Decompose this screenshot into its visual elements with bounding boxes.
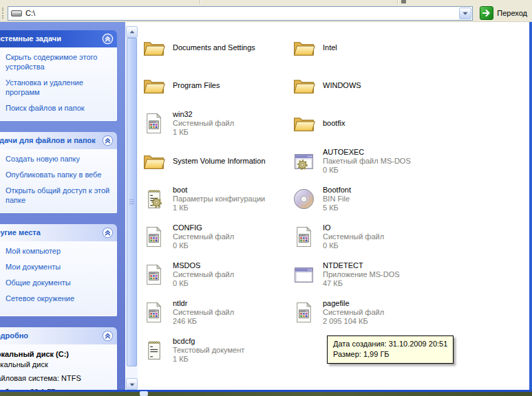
file-name: CONFIG — [173, 223, 234, 232]
file-type: Системный файл — [173, 308, 234, 317]
address-bar: Переход — [0, 5, 532, 22]
address-combobox[interactable] — [8, 6, 473, 21]
file-type: Системный файл — [173, 232, 234, 241]
file-name: bootfix — [323, 119, 345, 128]
file-name: Documents and Settings — [173, 43, 255, 52]
file-item-msdos[interactable]: MSDOS Системный файл 0 КБ — [142, 256, 292, 294]
panel-file-folder-tasks-header[interactable]: Задачи для файлов и папок — [0, 132, 117, 149]
file-name: MSDOS — [173, 261, 234, 270]
file-item-boot[interactable]: boot Параметры конфигурации 1 КБ — [142, 180, 292, 218]
place-link-my-computer[interactable]: Мой компьютер — [6, 246, 112, 256]
place-link-shared-documents[interactable]: Общие документы — [6, 278, 112, 287]
panel-other-places-header[interactable]: Другие места — [0, 224, 117, 241]
toolbar-separator — [397, 0, 398, 4]
file-info-tooltip: Дата создания: 31.10.2009 20:51 Размер: … — [327, 336, 454, 364]
file-item-documents-and-settings[interactable]: Documents and Settings — [142, 29, 292, 67]
panel-other-places-body: Мой компьютер Мои документы Общие докуме… — [0, 241, 117, 316]
file-name: boot — [173, 186, 265, 195]
system-file-icon — [292, 226, 315, 248]
file-type: Пакетный файл MS-DOS — [323, 157, 411, 166]
tooltip-creation-date: Дата создания: 31.10.2009 20:51 — [333, 339, 447, 349]
file-name: IO — [323, 223, 384, 232]
system-file-icon — [142, 301, 165, 324]
collapse-chevron-icon[interactable] — [102, 135, 114, 146]
task-link-publish-web[interactable]: Опубликовать папку в вебе — [6, 170, 112, 179]
panel-details-body: Локальный диск (C:) Локальный диск Файло… — [0, 344, 117, 390]
task-link-add-remove-programs[interactable]: Установка и удаление программ — [6, 78, 112, 97]
collapse-chevron-icon[interactable] — [102, 33, 114, 45]
address-input[interactable] — [25, 9, 459, 17]
task-link-hide-contents[interactable]: Скрыть содержимое этого устройства — [6, 52, 112, 72]
file-size: 1 КБ — [173, 355, 244, 364]
file-size: 5 КБ — [323, 204, 351, 212]
toolbar-grip[interactable] — [2, 8, 5, 19]
file-name: win32 — [173, 110, 234, 119]
file-size: 246 КБ — [173, 317, 234, 326]
go-button-label: Переход — [497, 9, 527, 17]
file-item-win32[interactable]: win32 Системный файл 1 КБ — [142, 104, 292, 142]
file-item-windows[interactable]: WINDOWS — [292, 67, 520, 104]
panel-title: Системные задачи — [0, 34, 61, 43]
drive-icon — [11, 9, 22, 17]
file-list-view: Documents and Settings Program Files win… — [138, 22, 529, 390]
chevron-up-icon — [127, 28, 137, 37]
cd-icon — [292, 188, 315, 210]
file-size: 0 КБ — [323, 166, 411, 175]
panel-title: Другие места — [0, 228, 41, 236]
file-size: 1 КБ — [173, 128, 234, 137]
file-item-intel[interactable]: Intel — [292, 29, 520, 67]
panel-system-tasks-header[interactable]: Системные задачи — [0, 30, 117, 47]
task-link-new-folder[interactable]: Создать новую папку — [6, 154, 112, 164]
files-grid: Documents and Settings Program Files win… — [142, 29, 520, 369]
vertical-scrollbar[interactable] — [126, 26, 138, 390]
file-name: Program Files — [173, 81, 220, 90]
system-file-icon — [142, 263, 165, 286]
file-name: pagefile — [323, 299, 384, 308]
file-size: 0 КБ — [173, 241, 234, 250]
collapse-chevron-icon[interactable] — [102, 330, 114, 342]
place-link-my-documents[interactable]: Мои документы — [6, 262, 112, 272]
place-link-network[interactable]: Сетевое окружение — [6, 294, 112, 303]
tooltip-size: Размер: 1,99 ГБ — [333, 349, 447, 360]
scroll-down-button[interactable] — [126, 378, 138, 390]
file-item-bootfix[interactable]: bootfix — [292, 104, 520, 142]
file-name: System Volume Information — [173, 157, 266, 166]
go-button[interactable]: Переход — [478, 6, 529, 21]
file-size: 1 КБ — [173, 204, 265, 212]
panel-file-folder-tasks: Задачи для файлов и папок Создать новую … — [0, 132, 117, 213]
notepad-gear-icon — [142, 188, 165, 210]
collapse-chevron-icon[interactable] — [102, 227, 114, 239]
file-item-program-files[interactable]: Program Files — [142, 67, 292, 104]
file-item-config[interactable]: CONFIG Системный файл 0 КБ — [142, 218, 292, 256]
folder-icon — [292, 74, 315, 97]
file-type: Параметры конфигурации — [173, 195, 265, 204]
file-item-bcdcfg[interactable]: bcdcfg Текстовый документ 1 КБ — [142, 331, 292, 369]
address-dropdown-button[interactable] — [459, 8, 471, 19]
file-size: 0 КБ — [323, 241, 384, 250]
file-type: Системный файл — [173, 270, 234, 279]
chevron-down-icon — [460, 8, 470, 18]
file-type: Системный файл — [173, 119, 234, 128]
file-type: Приложение MS-DOS — [323, 270, 400, 279]
folder-icon — [292, 36, 315, 59]
system-file-icon — [142, 112, 165, 135]
file-item-pagefile[interactable]: pagefile Системный файл 2 095 104 КБ — [292, 294, 520, 331]
panel-details-header[interactable]: Подробно — [0, 327, 117, 344]
task-link-search[interactable]: Поиск файлов и папок — [6, 103, 112, 113]
task-link-share-folder[interactable]: Открыть общий доступ к этой папке — [6, 186, 112, 205]
file-item-system-volume-information[interactable]: System Volume Information — [142, 142, 292, 180]
toolbar-sliver — [0, 0, 532, 5]
scroll-up-button[interactable] — [126, 26, 138, 38]
file-size: 2 095 104 КБ — [323, 317, 384, 326]
folder-icon — [292, 112, 315, 135]
file-item-autoexec[interactable]: AUTOEXEC Пакетный файл MS-DOS 0 КБ — [292, 142, 520, 180]
desktop-strip — [0, 392, 532, 396]
scrollbar-thumb[interactable] — [127, 38, 137, 366]
file-item-ntdetect[interactable]: NTDETECT Приложение MS-DOS 47 КБ — [292, 256, 520, 294]
file-item-ntldr[interactable]: ntldr Системный файл 246 КБ — [142, 294, 292, 331]
file-item-io[interactable]: IO Системный файл 0 КБ — [292, 218, 520, 256]
file-item-bootfont[interactable]: Bootfont BIN File 5 КБ — [292, 180, 520, 218]
file-size: 0 КБ — [173, 279, 234, 288]
file-type: Системный файл — [323, 232, 384, 241]
window-gear-icon — [292, 150, 315, 173]
